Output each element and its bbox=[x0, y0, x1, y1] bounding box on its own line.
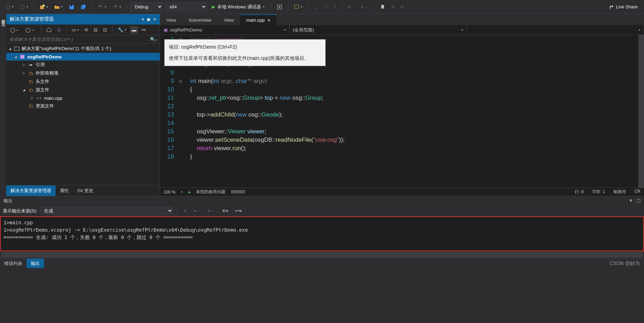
output-text[interactable]: 1>main.cpp 1>osgRefPtrDemo.vcxproj -> E:… bbox=[0, 216, 644, 251]
editor-horizontal-scrollbar[interactable] bbox=[231, 190, 245, 194]
svg-rect-10 bbox=[295, 5, 299, 8]
editor-tab-main-cpp[interactable]: main.cpp✕ bbox=[240, 14, 277, 25]
expand-icon[interactable]: ▷ bbox=[22, 71, 26, 75]
tab-error-list[interactable]: 错误列表 bbox=[0, 259, 27, 268]
panel-pin-button[interactable]: ▣ bbox=[147, 17, 150, 22]
new-item-button[interactable]: ▾ bbox=[37, 3, 50, 11]
editor-vertical-scrollbar[interactable] bbox=[638, 35, 644, 188]
step-button-3[interactable]: ⤵ bbox=[332, 3, 338, 11]
se-switch-view-button[interactable]: ⟨⟩ bbox=[56, 26, 63, 34]
indent-mode[interactable]: 制表符 bbox=[614, 189, 626, 195]
expand-icon[interactable]: ▷ bbox=[22, 63, 26, 66]
project-label: osgRefPtrDemo bbox=[27, 54, 61, 59]
nav-back-button[interactable]: ▾ bbox=[3, 3, 15, 11]
external-deps-node[interactable]: ▷ 🗀 外部依赖项 bbox=[6, 69, 160, 77]
left-tool-strip: 服务器资源管理器 工具箱 bbox=[0, 14, 6, 196]
solution-explorer-panel: 解决方案资源管理器 ▾ ▣ ✕ ◯← ◯→ ⟨⟩ ▭▾ ⟲ ⊟ ⊡ 🔧▾ ▬ ⚯ bbox=[6, 14, 160, 196]
project-icon: ▣ bbox=[164, 27, 168, 33]
tab-properties[interactable]: 属性 bbox=[56, 185, 73, 196]
se-properties-button[interactable]: 🔧▾ bbox=[116, 26, 128, 34]
panel-close-button[interactable]: ✕ bbox=[153, 17, 156, 22]
svg-rect-7 bbox=[82, 5, 86, 8]
svg-point-3 bbox=[43, 5, 45, 7]
redo-button[interactable]: ▾ bbox=[110, 3, 123, 11]
output-source-select[interactable]: 生成 bbox=[40, 207, 173, 215]
indent-right-button[interactable]: ≡→ bbox=[359, 3, 370, 11]
se-back-button[interactable]: ◯← bbox=[8, 26, 22, 34]
references-icon: ▪▪ bbox=[28, 62, 34, 68]
tab-solution-explorer[interactable]: 解决方案资源管理器 bbox=[6, 185, 56, 196]
output-btn-2[interactable]: ≡← bbox=[191, 207, 203, 215]
step-button-1[interactable]: ↓_ bbox=[312, 3, 321, 11]
source-files-label: 源文件 bbox=[36, 87, 49, 93]
se-preview-button[interactable]: ▬ bbox=[130, 26, 138, 34]
zoom-level[interactable]: 100 % bbox=[164, 190, 175, 195]
live-share-button[interactable]: Live Share bbox=[605, 3, 641, 11]
panel-dropdown-button[interactable]: ▾ bbox=[142, 17, 144, 22]
search-icon[interactable]: 🔍▾ bbox=[150, 37, 157, 42]
editor-tab-view2[interactable]: View bbox=[218, 15, 240, 25]
expand-icon[interactable]: ◢ bbox=[22, 88, 26, 92]
resource-files-label: 资源文件 bbox=[36, 103, 54, 109]
save-all-button[interactable] bbox=[79, 3, 88, 11]
panel-dropdown-button[interactable]: ▾ bbox=[630, 198, 632, 203]
tooltip-title: 项目: osgRefPtrDemo (Ctrl+F2) bbox=[169, 43, 321, 51]
expand-icon[interactable]: ◢ bbox=[8, 47, 12, 50]
uncomment-button[interactable]: // bbox=[398, 3, 405, 11]
se-filter-button[interactable]: ▭▾ bbox=[70, 26, 80, 34]
se-connections-button[interactable]: ⚯ bbox=[140, 26, 147, 34]
line-ending[interactable]: CR bbox=[635, 189, 641, 195]
svg-point-1 bbox=[20, 5, 24, 9]
open-folder-button[interactable]: ▾ bbox=[52, 3, 65, 11]
nav-scope-dropdown[interactable]: (全局范围) ▾ bbox=[289, 25, 467, 35]
expand-icon[interactable]: ▷ bbox=[30, 96, 34, 100]
top-toolbar: ▾ ▾ ▾ ▾ ▾ ▾ Debug x64 ▶本地 Windows 调试器▾ ▾… bbox=[0, 0, 644, 14]
save-button[interactable] bbox=[67, 3, 77, 11]
output-wrap-button[interactable]: ↩≡ bbox=[233, 207, 244, 215]
solution-toolbar: ◯← ◯→ ⟨⟩ ▭▾ ⟲ ⊟ ⊡ 🔧▾ ▬ ⚯ bbox=[6, 24, 160, 35]
se-fwd-button[interactable]: ◯→ bbox=[24, 26, 37, 34]
bookmark-button[interactable] bbox=[378, 3, 388, 11]
project-node[interactable]: ◢ ++ osgRefPtrDemo bbox=[6, 53, 160, 61]
se-show-all-button[interactable]: ⊡ bbox=[101, 26, 109, 34]
tab-output[interactable]: 输出 bbox=[27, 259, 44, 268]
issues-status[interactable]: 未找到相关问题 bbox=[196, 189, 225, 195]
undo-button[interactable]: ▾ bbox=[96, 3, 108, 11]
solution-explorer-header: 解决方案资源管理器 ▾ ▣ ✕ bbox=[6, 14, 160, 24]
nav-member-dropdown[interactable]: ▾ bbox=[467, 25, 644, 35]
nav-fwd-button[interactable]: ▾ bbox=[17, 3, 30, 11]
tool-button-1[interactable] bbox=[275, 3, 284, 11]
check-icon: ● bbox=[188, 190, 190, 195]
output-btn-3[interactable]: ≡→ bbox=[205, 207, 217, 215]
indent-left-button[interactable]: ≡← bbox=[346, 3, 357, 11]
output-scrollbar[interactable] bbox=[1, 252, 643, 258]
tool-button-2[interactable]: ▾ bbox=[292, 3, 304, 11]
start-debug-button[interactable]: ▶本地 Windows 调试器▾ bbox=[209, 2, 267, 12]
panel-close-button[interactable]: ▢ bbox=[636, 198, 641, 203]
output-clear-button[interactable]: ✕≡ bbox=[220, 207, 231, 215]
close-icon[interactable]: ✕ bbox=[267, 18, 270, 22]
solution-search-box[interactable]: 🔍▾ bbox=[6, 35, 160, 44]
header-files-node[interactable]: ▷ 🗀 头文件 bbox=[6, 77, 160, 86]
references-node[interactable]: ▷ ▪▪ 引用 bbox=[6, 61, 160, 69]
se-home-button[interactable] bbox=[44, 26, 53, 34]
output-btn-1[interactable]: ≡ bbox=[182, 207, 189, 215]
editor-tab-view1[interactable]: View bbox=[160, 15, 182, 25]
main-cpp-node[interactable]: ▷ ++ main.cpp bbox=[6, 94, 160, 102]
step-button-2[interactable]: ⤴ bbox=[323, 3, 330, 11]
build-config-select[interactable]: Debug bbox=[130, 2, 163, 12]
se-collapse-button[interactable]: ⊟ bbox=[92, 26, 99, 34]
expand-icon[interactable]: ◢ bbox=[13, 55, 17, 58]
header-files-label: 头文件 bbox=[36, 78, 49, 85]
nav-project-dropdown[interactable]: ▣ osgRefPtrDemo ▾ bbox=[160, 25, 289, 35]
bottom-tabs: 错误列表 输出 CSDN @妙为 bbox=[0, 258, 644, 268]
solution-search-input[interactable] bbox=[9, 37, 150, 42]
comment-button[interactable]: // bbox=[390, 3, 396, 11]
resource-files-node[interactable]: ▷ 🗀 资源文件 bbox=[6, 102, 160, 110]
platform-select[interactable]: x64 bbox=[165, 2, 207, 12]
source-files-node[interactable]: ◢ 🗀 源文件 bbox=[6, 86, 160, 94]
solution-node[interactable]: ◢ 解决方案"osgRefPtrDemo"(1 个项目/共 1 个) bbox=[6, 44, 160, 53]
se-sync-button[interactable]: ⟲ bbox=[82, 26, 90, 34]
tab-git-changes[interactable]: Git 更改 bbox=[73, 185, 97, 196]
editor-tab-sceneview[interactable]: SceneView bbox=[182, 15, 218, 25]
